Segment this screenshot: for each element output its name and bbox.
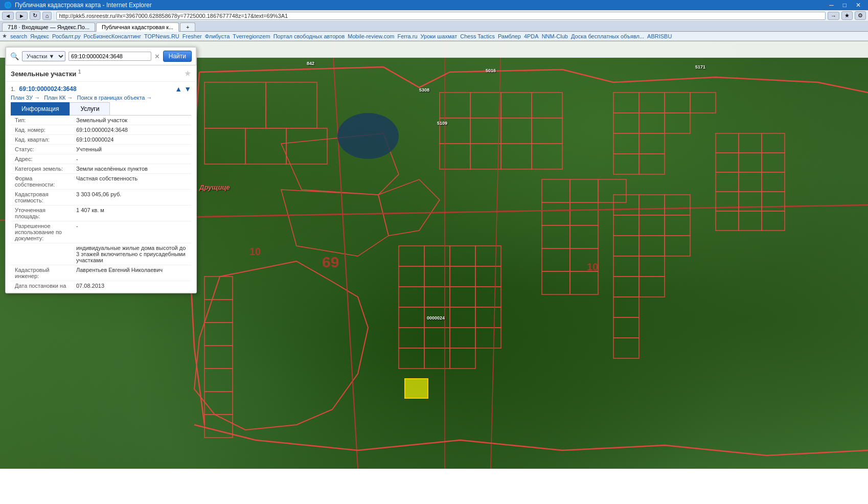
search-type-dropdown[interactable]: Участки ▼: [22, 51, 65, 61]
svg-rect-57: [204, 415, 233, 438]
svg-rect-17: [542, 179, 570, 202]
svg-rect-26: [542, 271, 570, 294]
bookmark-chess-lessons[interactable]: Уроки шахмат: [421, 33, 458, 39]
bookmark-4pda[interactable]: 4PDA: [524, 33, 539, 39]
search-input[interactable]: [68, 52, 151, 61]
close-btn[interactable]: ✕: [853, 2, 864, 9]
info-panel: 🔍 Участки ▼ ✕ Найти Земельные участки 1 …: [5, 47, 197, 293]
svg-rect-15: [501, 144, 532, 169]
svg-rect-66: [613, 113, 639, 133]
search-button[interactable]: Найти: [163, 51, 192, 62]
bookmark-ads[interactable]: Доска бесплатных объявл...: [571, 33, 644, 39]
bookmark-flibusta[interactable]: Флибуста: [205, 33, 230, 39]
svg-rect-72: [639, 154, 665, 174]
svg-rect-7: [501, 93, 532, 118]
bookmark-mobile[interactable]: Mobile-review.com: [348, 33, 394, 39]
svg-rect-28: [399, 246, 424, 266]
svg-rect-8: [532, 93, 562, 118]
svg-rect-20: [542, 202, 570, 225]
reload-button[interactable]: ↻: [30, 11, 40, 20]
search-bar: 🔍 Участки ▼ ✕ Найти: [6, 47, 196, 65]
field-cadastral-block-value[interactable]: 69:10:0000024: [72, 135, 191, 145]
tab-new[interactable]: +: [180, 22, 195, 31]
bookmark-topnews[interactable]: TOPNews.RU: [144, 33, 179, 39]
svg-rect-65: [690, 93, 716, 113]
table-row: Категория земель: Земли населённых пункт…: [11, 164, 191, 174]
tab-inbox[interactable]: 718 · Входящие — Яндекс.По...: [2, 22, 95, 31]
svg-rect-24: [542, 248, 570, 271]
svg-rect-47: [475, 328, 501, 348]
map-label-69-large: 69: [322, 254, 339, 271]
table-row: индивидуальные жилые дома высотой до 3 э…: [11, 243, 191, 265]
favorites-star-icon[interactable]: ★: [184, 68, 191, 78]
svg-rect-83: [639, 256, 665, 277]
home-button[interactable]: ⌂: [42, 12, 52, 20]
svg-rect-85: [639, 277, 665, 297]
svg-rect-71: [613, 154, 639, 174]
results-count: 1: [78, 69, 81, 75]
result-prev-arrow[interactable]: ▲: [175, 85, 182, 93]
result-item: 1. 69:10:0000024:3648 ▲ ▼ План ЗУ → План…: [6, 82, 196, 293]
svg-rect-105: [405, 379, 428, 398]
result-number: 1.: [11, 86, 15, 92]
svg-rect-13: [440, 144, 470, 169]
bookmark-rambler[interactable]: Рамблер: [498, 33, 521, 39]
bookmark-search[interactable]: search: [10, 33, 27, 39]
svg-rect-18: [570, 179, 598, 202]
bookmark-tver[interactable]: Tverregionzem: [233, 33, 270, 39]
forward-button[interactable]: ►: [16, 12, 28, 20]
title-bar: 🌐 Публичная кадастровая карта - Internet…: [0, 0, 868, 10]
svg-rect-2: [286, 128, 327, 164]
field-address-label: Адрес:: [11, 154, 72, 164]
minimize-btn[interactable]: ─: [826, 2, 837, 9]
bookmark-rbc[interactable]: РосБизнесКонсалтинг: [83, 33, 141, 39]
svg-rect-80: [639, 236, 665, 256]
link-search-bounds[interactable]: Поиск в границах объекта →: [77, 95, 152, 101]
svg-rect-40: [399, 307, 424, 328]
svg-rect-79: [613, 236, 639, 256]
svg-rect-77: [639, 215, 665, 236]
svg-rect-64: [665, 93, 690, 113]
svg-point-104: [337, 113, 399, 159]
browser-chrome: 🌐 Публичная кадастровая карта - Internet…: [0, 0, 868, 41]
tab-services[interactable]: Услуги: [70, 102, 110, 116]
maximize-btn[interactable]: □: [840, 2, 850, 9]
svg-rect-14: [470, 144, 501, 169]
tabs-bar: 718 · Входящие — Яндекс.По... Публичная …: [0, 21, 868, 32]
table-row: Кадастровая стоимость: 3 303 045,06 руб.: [11, 190, 191, 205]
tab-information[interactable]: Информация: [11, 102, 70, 116]
field-cadastral-value-label: Кадастровая стоимость:: [11, 190, 72, 205]
bookmark-ferra[interactable]: Ferra.ru: [397, 33, 417, 39]
link-plan-zu[interactable]: План ЗУ →: [11, 95, 40, 101]
map-container[interactable]: ⊞ ПУБЛИЧНАЯ КАДАСТРОВАЯ КАРТА Друщице 69…: [0, 41, 868, 469]
svg-rect-68: [665, 113, 690, 133]
bookmark-fresher[interactable]: Fresher: [182, 33, 202, 39]
bookmark-abris[interactable]: ABRISBU: [647, 33, 672, 39]
field-permitted-use-desc-value: индивидуальные жилые дома высотой до 3 э…: [72, 243, 191, 265]
bookmark-yandex[interactable]: Яндекс: [30, 33, 49, 39]
bookmark-rosbalt[interactable]: Росбалт.ру: [52, 33, 80, 39]
svg-rect-10: [470, 118, 501, 144]
search-clear-button[interactable]: ✕: [154, 53, 160, 60]
svg-rect-50: [450, 348, 475, 369]
address-bar[interactable]: [56, 12, 826, 20]
svg-rect-31: [475, 246, 501, 266]
svg-rect-39: [475, 287, 501, 307]
svg-rect-12: [532, 118, 562, 144]
map-label-drushchitsy: Друщице: [199, 184, 230, 191]
link-plan-kk[interactable]: План КК →: [44, 95, 73, 101]
back-button[interactable]: ◄: [2, 12, 14, 20]
bookmark-portal[interactable]: Портал свободных авторов: [273, 33, 345, 39]
go-button[interactable]: →: [828, 12, 839, 20]
svg-rect-29: [424, 246, 450, 266]
tools-button[interactable]: ⚙: [855, 11, 866, 20]
svg-rect-46: [450, 328, 475, 348]
field-cadastral-num-value[interactable]: 69:10:0000024:3648: [72, 125, 191, 135]
info-tabs: Информация Услуги: [11, 102, 191, 116]
favorites-button[interactable]: ★: [841, 11, 853, 20]
tab-cadastral[interactable]: Публичная кадастровая к...: [96, 22, 179, 32]
bookmark-chess-tactics[interactable]: Chess Tactics: [460, 33, 495, 39]
result-next-arrow[interactable]: ▼: [184, 85, 191, 93]
window-title: Публичная кадастровая карта - Internet E…: [15, 2, 823, 9]
bookmark-nnm[interactable]: NNM-Club: [542, 33, 568, 39]
